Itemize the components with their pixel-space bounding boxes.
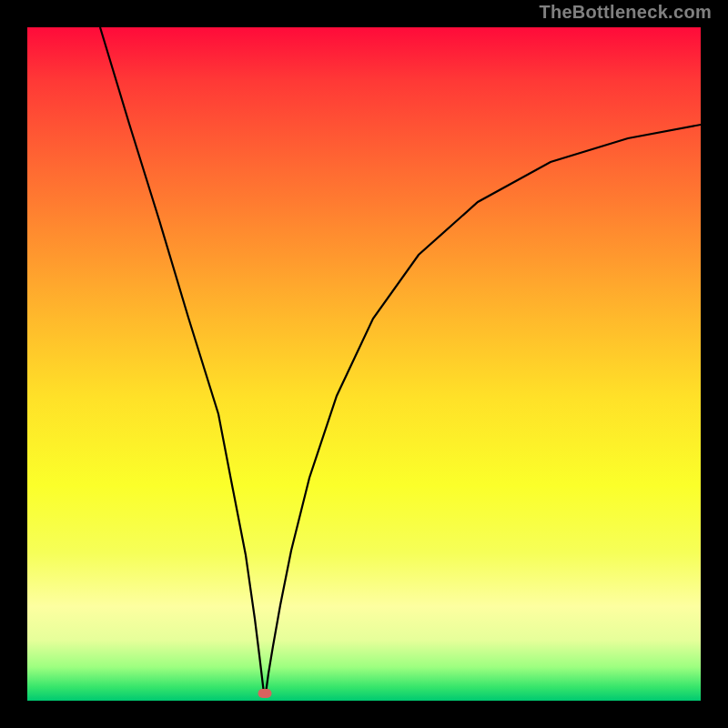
optimum-marker <box>258 689 272 698</box>
chart-plot-area <box>27 27 701 701</box>
curve-left-branch <box>100 27 264 693</box>
bottom-black-strip <box>27 701 701 715</box>
bottleneck-curve <box>27 27 701 701</box>
curve-right-branch <box>266 125 701 693</box>
watermark-text: TheBottleneck.com <box>539 2 712 23</box>
